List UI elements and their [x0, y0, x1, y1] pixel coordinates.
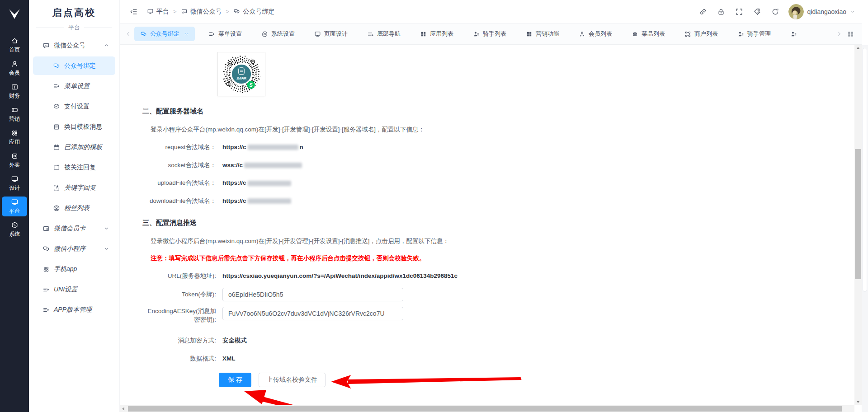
rail-item-home[interactable]: 首页 — [2, 35, 27, 55]
section-title-message-push: 三、配置消息推送 — [142, 219, 862, 227]
user-menu[interactable]: qidiangaoxiao — [788, 4, 855, 19]
aeskey-label: EncodingAESKey(消息加密密钥): — [142, 307, 216, 324]
rail-item-marketing[interactable]: 营销 — [2, 104, 27, 124]
scroll-up-button[interactable] — [854, 45, 862, 52]
tab-food-list[interactable]: 菜品列表 — [626, 27, 671, 41]
scroll-left-button[interactable] — [120, 405, 127, 412]
sidebar-collapse-icon[interactable] — [130, 8, 138, 16]
sidebar-item-keyword-reply[interactable]: 关键字回复 — [33, 178, 115, 197]
tab-marketing-func[interactable]: 营销功能 — [520, 27, 565, 41]
sidebar-item-pay-setting[interactable]: 支付设置 — [33, 97, 115, 116]
save-button[interactable]: 保 存 — [219, 373, 251, 387]
tab-label: 骑手列表 — [483, 30, 506, 38]
tab-page-design[interactable]: 页面设计 — [308, 27, 354, 41]
horizontal-scrollbar-thumb[interactable] — [128, 406, 842, 412]
sidebar-item-fans-list[interactable]: 粉丝列表 — [33, 199, 115, 217]
tab-label: 应用列表 — [430, 30, 453, 38]
tab-system-setting[interactable]: 系统设置 — [255, 27, 301, 41]
main-area: 平台>微信公众号>公众号绑定 qidiangaoxiao 公众号绑定菜单设置系统… — [120, 0, 862, 412]
sidebar-item-official-bind[interactable]: 公众号绑定 — [33, 56, 115, 75]
scroll-down-button[interactable] — [854, 398, 862, 405]
apps-icon — [42, 266, 50, 273]
svg-text:S: S — [249, 82, 253, 88]
tab-bottom-nav[interactable]: 底部导航 — [361, 27, 406, 41]
sidebar-item-menu-setting[interactable]: 菜单设置 — [33, 77, 115, 95]
sidebar-item-label: 支付设置 — [64, 103, 90, 111]
tab-partial[interactable] — [784, 28, 806, 41]
divider — [36, 28, 64, 28]
window-scrollbar-thumb[interactable] — [863, 48, 867, 292]
sidebar-item-label: 公众号绑定 — [64, 62, 96, 70]
member-icon — [11, 60, 19, 68]
sidebar-item-label: APP版本管理 — [54, 306, 92, 314]
sidebar-item-follow-reply[interactable]: 被关注回复 — [33, 158, 115, 177]
breadcrumb-item-wechat-official[interactable]: 微信公众号 — [181, 8, 222, 16]
tabs-scroll-right-icon[interactable] — [836, 31, 842, 37]
domain-value-prefix: https://c — [222, 197, 246, 204]
rail-item-finance[interactable]: 财务 — [2, 81, 27, 101]
sidebar-item-wechat-miniprogram[interactable]: 微信小程序 — [33, 239, 115, 258]
tab-bar: 公众号绑定菜单设置系统设置页面设计底部导航应用列表骑手列表营销功能会员列表菜品列… — [120, 23, 862, 45]
sidebar-item-wechat-member-card[interactable]: 微信会员卡 — [33, 219, 115, 238]
link-icon[interactable] — [699, 8, 707, 16]
sidebar-item-app-version[interactable]: APP版本管理 — [33, 300, 115, 319]
rail-item-member[interactable]: 会员 — [2, 58, 27, 78]
breadcrumb-item-platform[interactable]: 平台 — [147, 8, 169, 16]
rail-item-system[interactable]: 系统 — [2, 220, 27, 239]
finance-icon — [11, 83, 19, 91]
monitor-icon — [11, 175, 19, 183]
vertical-scrollbar-thumb[interactable] — [855, 149, 861, 279]
tab-rider-manage[interactable]: 骑手管理 — [731, 27, 777, 41]
sidebar-item-added-templates[interactable]: 已添加的模板 — [33, 138, 115, 156]
data-format-value: XML — [222, 354, 236, 363]
content-vertical-scrollbar — [854, 45, 862, 405]
aeskey-input[interactable] — [222, 307, 403, 320]
sidebar-item-label: 已添加的模板 — [64, 143, 102, 151]
tab-official-bind[interactable]: 公众号绑定 — [134, 27, 195, 41]
sidebar-item-label: 类目模板消息 — [64, 123, 102, 131]
tab-app-list[interactable]: 应用列表 — [414, 27, 459, 41]
riderfill-icon — [737, 31, 744, 37]
encrypt-mode-row: 消息加密方式: 安全模式 — [142, 336, 862, 345]
sidebar-item-uni-setting[interactable]: UNI设置 — [33, 280, 115, 299]
breadcrumb-item-official-bind[interactable]: 公众号绑定 — [233, 8, 274, 16]
url-label: URL(服务器地址): — [142, 272, 216, 281]
lock-icon[interactable] — [717, 8, 725, 16]
breadcrumb-separator: > — [226, 8, 230, 15]
avatar — [788, 4, 804, 19]
domain-value: https://c — [222, 178, 292, 187]
monitor-icon — [314, 31, 321, 37]
sidebar-item-mobile-app[interactable]: 手机app — [33, 260, 115, 278]
sidebar-item-label: 粉丝列表 — [64, 204, 90, 212]
refresh-icon[interactable] — [771, 8, 779, 16]
tab-member-list[interactable]: 会员列表 — [573, 27, 618, 41]
app-logo[interactable] — [0, 0, 29, 28]
sidebar-item-label: 手机app — [54, 265, 77, 273]
rail-item-takeout[interactable]: 外卖 — [2, 150, 27, 170]
breadcrumb-separator: > — [173, 8, 177, 15]
tab-rider-list[interactable]: 骑手列表 — [467, 27, 512, 41]
domain-row-socket: socket合法域名：wss://c — [142, 161, 862, 170]
svg-text:启点高校: 启点高校 — [236, 77, 246, 80]
rail-item-design[interactable]: 设计 — [2, 173, 27, 193]
rail-item-apps[interactable]: 应用 — [2, 127, 27, 147]
tags-icon[interactable] — [753, 8, 761, 16]
tabs-scroll-left-icon[interactable] — [125, 31, 132, 37]
tab-menu-setting[interactable]: 菜单设置 — [203, 27, 248, 41]
lines-icon — [53, 83, 60, 90]
domain-value-prefix: https://c — [222, 179, 246, 186]
tab-label: 系统设置 — [271, 30, 295, 38]
chevron-down-icon — [104, 225, 109, 231]
header-actions — [699, 8, 779, 16]
tab-label: 公众号绑定 — [150, 30, 179, 38]
sidebar-item-wechat-official[interactable]: 微信公众号 — [33, 36, 115, 55]
tab-merchant-list[interactable]: 商户列表 — [679, 27, 724, 41]
upload-domain-file-button[interactable]: 上传域名校验文件 — [259, 373, 326, 387]
rail-item-label: 应用 — [9, 138, 20, 146]
tab-options-grid-icon[interactable] — [847, 30, 854, 38]
product-title: 启点高校 — [29, 6, 119, 19]
rail-item-platform[interactable]: 平台 — [2, 197, 27, 216]
sidebar-item-category-template-msg[interactable]: 类目模板消息 — [33, 117, 115, 136]
fullscreen-icon[interactable] — [735, 8, 743, 16]
token-input[interactable] — [222, 288, 403, 301]
